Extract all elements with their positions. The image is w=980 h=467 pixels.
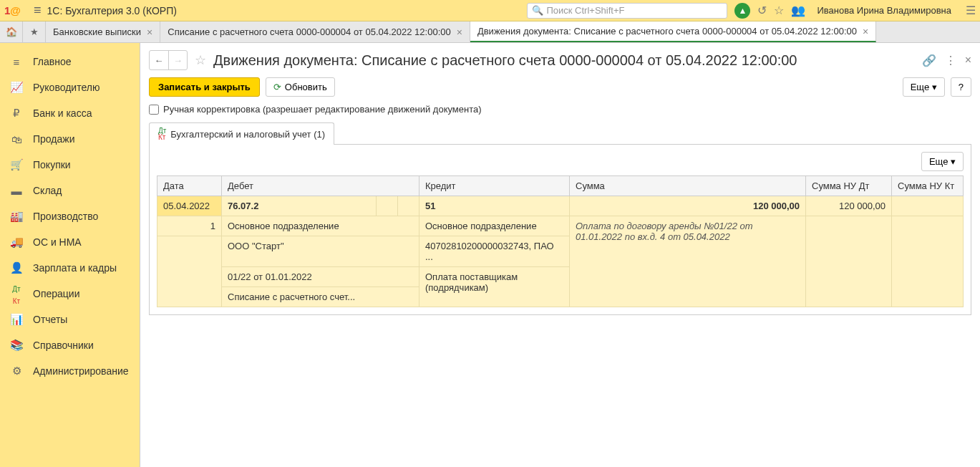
cell-empty <box>806 216 892 307</box>
sidebar-item-label: Зарплата и кадры <box>33 262 117 274</box>
sidebar-item-label: Производство <box>33 211 98 222</box>
close-icon[interactable]: × <box>457 27 462 38</box>
truck-icon: 🚚 <box>10 236 23 249</box>
col-sum[interactable]: Сумма <box>570 176 806 196</box>
manual-correction-label: Ручная корректировка (разрешает редактир… <box>163 104 482 115</box>
close-icon[interactable]: × <box>147 27 152 38</box>
link-icon[interactable]: 🔗 <box>922 54 936 67</box>
cell-credit-account: 51 <box>419 196 570 216</box>
col-sum-nu-dt[interactable]: Сумма НУ Дт <box>806 176 892 196</box>
sidebar-item-admin[interactable]: ⚙Администрирование <box>0 358 140 384</box>
user-icon[interactable]: 👥 <box>791 4 805 17</box>
cell-credit-sub2: 40702810200000032743, ПАО ... <box>419 236 570 267</box>
accounting-tab[interactable]: ДтКт Бухгалтерский и налоговый учет (1) <box>149 122 334 145</box>
refresh-icon: ⟳ <box>273 82 281 92</box>
help-button[interactable]: ? <box>951 77 971 97</box>
favorites-tab-icon[interactable]: ★ <box>23 21 46 42</box>
notifications-icon[interactable]: ▲ <box>734 3 750 19</box>
ruble-icon: ₽ <box>10 107 23 120</box>
page-title: Движения документа: Списание с расчетног… <box>213 52 918 69</box>
sidebar-item-production[interactable]: 🏭Производство <box>0 203 140 229</box>
refresh-label: Обновить <box>285 82 327 92</box>
tab-document-movements[interactable]: Движения документа: Списание с расчетног… <box>470 21 876 42</box>
cell-sum-nu-kt <box>892 196 964 216</box>
col-credit[interactable]: Кредит <box>419 176 570 196</box>
sidebar-item-label: Администрирование <box>33 365 129 377</box>
accounting-table: Дата Дебет Кредит Сумма Сумма НУ Дт Сумм… <box>157 175 964 307</box>
col-debit[interactable]: Дебет <box>222 176 419 196</box>
factory-icon: 🏭 <box>10 210 23 223</box>
sidebar-item-label: Главное <box>33 56 72 67</box>
sidebar-item-reports[interactable]: 📊Отчеты <box>0 307 140 332</box>
manual-correction-checkbox[interactable] <box>149 105 159 115</box>
table-row[interactable]: 1 Основное подразделение Основное подраз… <box>157 216 964 236</box>
boxes-icon: ▬ <box>10 185 23 197</box>
sidebar-item-purchases[interactable]: 🛒Покупки <box>0 152 140 178</box>
cell-date: 05.04.2022 <box>157 196 222 216</box>
cell-empty <box>377 196 398 216</box>
bag-icon: 🛍 <box>10 133 23 145</box>
cell-sum: 120 000,00 <box>570 196 806 216</box>
sidebar-item-assets[interactable]: 🚚ОС и НМА <box>0 229 140 255</box>
main-menu-icon[interactable]: ≡ <box>34 3 42 18</box>
col-sum-nu-kt[interactable]: Сумма НУ Кт <box>892 176 964 196</box>
more-button[interactable]: Еще ▾ <box>903 77 945 97</box>
app-logo: 1@ <box>4 4 21 16</box>
refresh-button[interactable]: ⟳Обновить <box>266 77 335 97</box>
cell-description: Оплата по договору аренды №01/22 от 01.0… <box>570 216 806 307</box>
close-icon[interactable]: × <box>863 26 868 37</box>
cart-icon: 🛒 <box>10 158 23 171</box>
sidebar: ≡Главное 📈Руководителю ₽Банк и касса 🛍Пр… <box>0 43 140 467</box>
table-more-button[interactable]: Еще ▾ <box>921 152 964 171</box>
cell-sum-nu-dt: 120 000,00 <box>806 196 892 216</box>
tab-label: Движения документа: Списание с расчетног… <box>477 26 857 37</box>
sidebar-item-label: Справочники <box>33 340 94 351</box>
books-icon: 📚 <box>10 339 23 352</box>
cell-empty <box>398 196 419 216</box>
sidebar-item-main[interactable]: ≡Главное <box>0 49 140 74</box>
sidebar-item-warehouse[interactable]: ▬Склад <box>0 178 140 203</box>
cell-credit-sub3: Оплата поставщикам (подрядчикам) <box>419 267 570 307</box>
forward-button[interactable]: → <box>168 51 187 69</box>
tab-debit-doc[interactable]: Списание с расчетного счета 0000-000004 … <box>160 21 470 42</box>
sidebar-item-operations[interactable]: ДтКтОперации <box>0 281 140 307</box>
cell-num: 1 <box>157 216 222 236</box>
global-search-input[interactable]: 🔍 Поиск Ctrl+Shift+F <box>527 3 727 19</box>
tab-strip: 🏠 ★ Банковские выписки × Списание с расч… <box>0 21 980 43</box>
chart-icon: 📈 <box>10 81 23 94</box>
history-icon[interactable]: ↺ <box>757 4 767 17</box>
save-close-button[interactable]: Записать и закрыть <box>149 77 260 97</box>
sidebar-item-label: Покупки <box>33 159 71 170</box>
main-area: ← → ☆ Движения документа: Списание с рас… <box>140 43 980 467</box>
sidebar-item-bank[interactable]: ₽Банк и касса <box>0 100 140 126</box>
favorite-toggle-icon[interactable]: ☆ <box>195 52 206 68</box>
app-title: 1С: Бухгалтерия 3.0 (КОРП) <box>47 5 177 16</box>
tab-bank-statements[interactable]: Банковские выписки × <box>46 21 160 42</box>
more-vertical-icon[interactable]: ⋮ <box>945 54 956 67</box>
back-button[interactable]: ← <box>150 51 168 69</box>
user-name-label[interactable]: Иванова Ирина Владимировна <box>817 5 951 16</box>
cell-debit-sub1: Основное подразделение <box>222 216 419 236</box>
sidebar-item-label: Отчеты <box>33 314 67 325</box>
tab-label: Списание с расчетного счета 0000-000004 … <box>168 27 450 37</box>
close-page-icon[interactable]: × <box>965 54 971 67</box>
nav-buttons: ← → <box>149 50 188 70</box>
sidebar-item-manager[interactable]: 📈Руководителю <box>0 74 140 100</box>
sidebar-item-sales[interactable]: 🛍Продажи <box>0 126 140 152</box>
table-row[interactable]: 05.04.2022 76.07.2 51 120 000,00 120 000… <box>157 196 964 216</box>
dtkt-icon: ДтКт <box>158 127 166 140</box>
favorite-icon[interactable]: ☆ <box>774 4 784 17</box>
sidebar-item-label: Склад <box>33 185 62 196</box>
cell-debit-account: 76.07.2 <box>222 196 377 216</box>
bars-icon: 📊 <box>10 313 23 326</box>
window-controls-icon[interactable]: ☰ <box>966 4 976 17</box>
col-date[interactable]: Дата <box>157 176 222 196</box>
cell-credit-sub1: Основное подразделение <box>419 216 570 236</box>
sidebar-item-label: ОС и НМА <box>33 236 82 248</box>
gear-icon: ⚙ <box>10 365 23 377</box>
dtkt-icon: ДтКт <box>10 281 23 306</box>
home-tab-icon[interactable]: 🏠 <box>0 21 23 42</box>
sidebar-item-hr[interactable]: 👤Зарплата и кадры <box>0 255 140 281</box>
sidebar-item-label: Руководителю <box>33 82 100 93</box>
sidebar-item-directories[interactable]: 📚Справочники <box>0 332 140 358</box>
